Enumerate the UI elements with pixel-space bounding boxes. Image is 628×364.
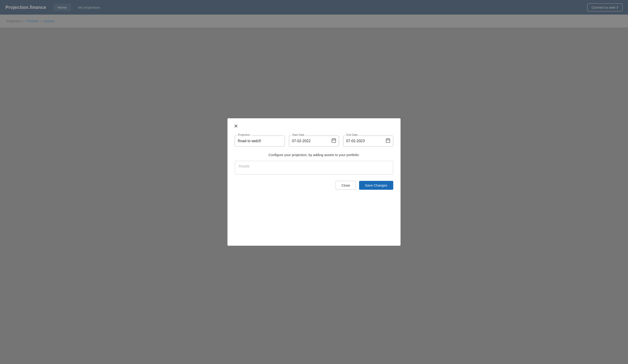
svg-rect-4 xyxy=(386,139,390,143)
configure-text: Configure your projection, by adding ass… xyxy=(235,153,393,157)
end-date-calendar-button[interactable] xyxy=(385,138,391,145)
modal-dialog: ✕ Projection Start Date xyxy=(228,118,400,246)
start-date-field-group: Start Date xyxy=(289,136,339,146)
close-icon: ✕ xyxy=(234,123,238,129)
start-date-label: Start Date xyxy=(291,133,305,136)
assets-placeholder: Assets xyxy=(239,164,249,168)
svg-rect-0 xyxy=(332,139,336,143)
calendar-icon xyxy=(331,138,336,143)
close-button[interactable]: Close xyxy=(336,181,356,190)
end-date-field-group: End Date xyxy=(343,136,393,146)
projection-label: Projection xyxy=(237,133,251,136)
fields-row: Projection Start Date End Date xyxy=(235,136,393,146)
assets-field-wrap[interactable]: Assets xyxy=(235,161,393,175)
start-date-calendar-button[interactable] xyxy=(331,138,337,145)
projection-field-group: Projection xyxy=(235,136,285,146)
projection-input[interactable] xyxy=(235,136,285,146)
buttons-row: Close Save Changes xyxy=(235,181,393,190)
modal-close-icon-button[interactable]: ✕ xyxy=(233,123,239,130)
save-changes-button[interactable]: Save Changes xyxy=(359,181,393,190)
modal-overlay: ✕ Projection Start Date xyxy=(0,0,628,364)
end-date-label: End Date xyxy=(345,133,359,136)
calendar-icon xyxy=(386,138,391,143)
